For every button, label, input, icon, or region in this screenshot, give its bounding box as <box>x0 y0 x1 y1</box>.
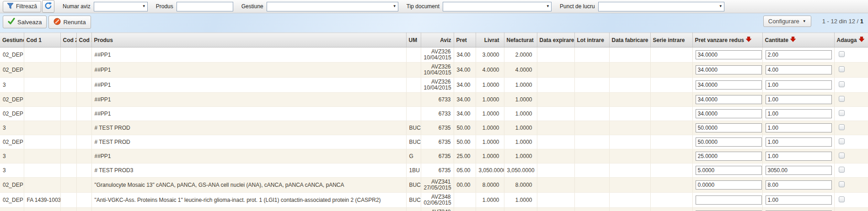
cell-um: BUC. <box>406 121 421 135</box>
cell-data-fabricare <box>609 121 650 135</box>
gestiune-select[interactable]: ▼ <box>267 2 398 11</box>
cantitate-input[interactable] <box>766 137 832 147</box>
cell-cod1 <box>24 93 60 107</box>
column-header-gestiune: Gestiune <box>0 33 24 47</box>
pret-vanzare-redus-input[interactable] <box>696 166 762 175</box>
cantitate-input[interactable] <box>766 152 832 161</box>
pret-vanzare-redus-input[interactable] <box>696 80 762 90</box>
cell-gestiune: 02_DEP <box>0 178 24 193</box>
cantitate-input[interactable] <box>766 180 832 190</box>
punct_de_lucru-select[interactable]: ▼ <box>598 2 724 11</box>
adauga-checkbox[interactable] <box>839 181 845 187</box>
cell-pret-vanzare-redus <box>692 107 762 121</box>
cell-data-fabricare <box>609 107 650 121</box>
cell-data-fabricare <box>609 135 650 149</box>
cell-cod2 <box>60 208 76 211</box>
column-label: Lot intrare <box>577 37 604 43</box>
cell-pret-vanzare-redus <box>692 149 762 164</box>
cell-cod1 <box>24 107 60 121</box>
adauga-checkbox[interactable] <box>839 138 845 144</box>
adauga-checkbox[interactable] <box>839 196 845 202</box>
cantitate-input[interactable] <box>766 65 832 74</box>
cell-data-expirare <box>537 149 574 164</box>
pret-vanzare-redus-input[interactable] <box>696 65 762 74</box>
adauga-checkbox[interactable] <box>839 110 845 116</box>
cell-aviz: 6733 <box>421 107 454 121</box>
cantitate-input[interactable] <box>766 95 832 104</box>
cell-data-fabricare <box>609 208 650 211</box>
cell-produs: ##PP1 <box>91 107 406 121</box>
cell-adauga <box>834 63 868 78</box>
cell-cod1 <box>24 47 60 63</box>
cell-cod2 <box>60 47 76 63</box>
filtreaza-button[interactable]: Filtrează <box>3 1 41 12</box>
cell-cod3 <box>76 135 91 149</box>
adauga-checkbox[interactable] <box>839 153 845 158</box>
aviz-number: 6735 <box>424 125 451 131</box>
pret-vanzare-redus-input[interactable] <box>696 123 762 132</box>
cantitate-input[interactable] <box>766 195 832 205</box>
pagination-info: 1 - 12 din 12 / 1 <box>822 18 863 25</box>
cell-um: BUC <box>406 193 421 208</box>
chevron-down-icon: ▼ <box>393 5 396 8</box>
tip_document-select[interactable]: ▼ <box>443 2 552 11</box>
cell-um <box>406 78 421 93</box>
cell-cantitate <box>762 121 834 135</box>
cell-lot-intrare <box>574 47 609 63</box>
pret-vanzare-redus-input[interactable] <box>696 180 762 190</box>
filter-field: Produs <box>156 2 233 11</box>
funnel-icon <box>7 3 14 11</box>
column-header-cantitate[interactable]: Cantitate <box>762 33 834 47</box>
cantitate-input[interactable] <box>766 80 832 90</box>
pret-vanzare-redus-input[interactable] <box>696 50 762 59</box>
configurare-button[interactable]: Configurare▼ <box>763 16 811 27</box>
cantitate-input[interactable] <box>766 123 832 132</box>
salveaza-label: Salveaza <box>17 19 42 26</box>
adauga-checkbox[interactable] <box>839 66 845 72</box>
cell-cod3 <box>76 63 91 78</box>
salveaza-button[interactable]: Salveaza <box>3 16 47 28</box>
produs-input[interactable] <box>177 2 233 11</box>
refresh-button[interactable] <box>42 0 54 13</box>
cantitate-input[interactable] <box>766 50 832 59</box>
sort-descending-icon <box>859 37 864 43</box>
renunta-button[interactable]: Renunta <box>48 16 91 29</box>
cell-produs: # TEST PROD <box>91 121 406 135</box>
cell-livrat: 4.0000 <box>476 63 504 78</box>
cell-aviz: AVZ32610/04/2015 <box>421 47 454 63</box>
cell-cod1: FA 1439-1003-1 <box>24 193 60 208</box>
cell-livrat: 3,050.0000 <box>476 164 504 178</box>
aviz-number: 6735 <box>424 153 451 159</box>
cell-um: BUC <box>406 208 421 211</box>
cantitate-input[interactable] <box>766 109 832 118</box>
column-label: UM <box>409 37 418 43</box>
adauga-checkbox[interactable] <box>839 81 845 87</box>
column-header-pret-vanzare-redus[interactable]: Pret vanzare redus <box>692 33 762 47</box>
cell-data-expirare <box>537 63 574 78</box>
cell-serie-intrare <box>650 164 692 178</box>
adauga-checkbox[interactable] <box>839 124 845 130</box>
cell-aviz: 6735 <box>421 121 454 135</box>
aviz-number: 6735 <box>424 168 451 174</box>
cell-pret-vanzare-redus <box>692 121 762 135</box>
aviz-date: 10/04/2015 <box>424 85 451 91</box>
adauga-checkbox[interactable] <box>839 96 845 102</box>
column-label: Adauga <box>837 37 857 43</box>
cell-cantitate <box>762 107 834 121</box>
cell-livrat: 1.0000 <box>476 107 504 121</box>
cell-data-expirare <box>537 107 574 121</box>
cell-cod1: FA 1439-1003-1 <box>24 208 60 211</box>
cell-lot-intrare <box>574 93 609 107</box>
column-header-adauga[interactable]: Adauga <box>834 33 868 47</box>
cantitate-input[interactable] <box>766 166 832 175</box>
numar_aviz-select[interactable]: ▼ <box>94 2 148 11</box>
pret-vanzare-redus-input[interactable] <box>696 109 762 118</box>
pret-vanzare-redus-input[interactable] <box>696 152 762 161</box>
column-label: Aviz <box>440 37 451 43</box>
pret-vanzare-redus-input[interactable] <box>696 195 762 205</box>
pret-vanzare-redus-input[interactable] <box>696 137 762 147</box>
adauga-checkbox[interactable] <box>839 51 845 57</box>
pret-vanzare-redus-input[interactable] <box>696 95 762 104</box>
cell-pret: 34.00 <box>454 93 476 107</box>
adauga-checkbox[interactable] <box>839 167 845 173</box>
